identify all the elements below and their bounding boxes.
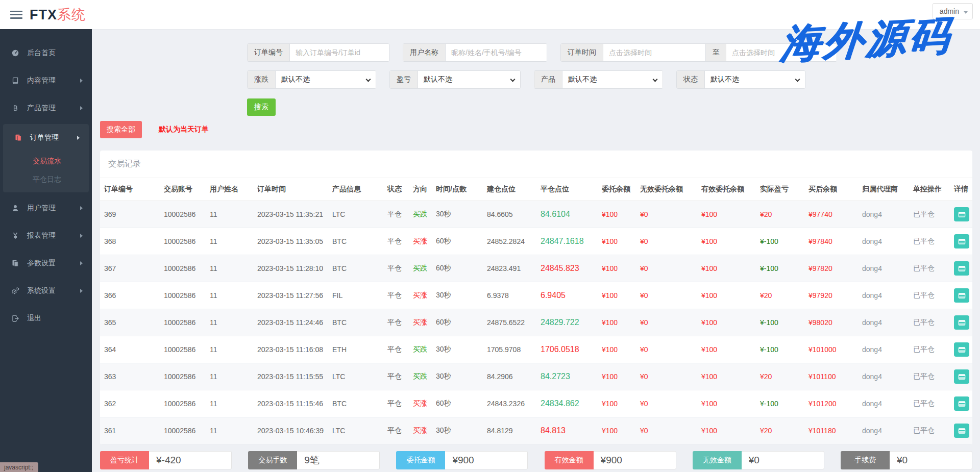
profit-loss-filter: 盈亏 默认不选: [389, 70, 521, 89]
status-label: 状态: [677, 71, 705, 88]
cell-duration: 30秒: [432, 417, 483, 444]
chevron-right-icon: [80, 106, 83, 110]
time-start-input[interactable]: [603, 44, 705, 61]
cell-status: 平仓: [383, 282, 409, 309]
sidebar-item-order[interactable]: 订单管理: [3, 124, 89, 152]
detail-button[interactable]: [954, 396, 969, 411]
cell-status: 平仓: [383, 390, 409, 417]
summary-invalid-amount: 无效金额¥0: [693, 451, 824, 469]
product-select[interactable]: 默认不选: [562, 71, 663, 88]
cell-status: 平仓: [383, 228, 409, 255]
column-header: 实际盈亏: [756, 178, 804, 201]
table-body: 36910002586112023-03-15 11:35:21LTC平仓买跌3…: [100, 201, 972, 444]
rise-fall-select[interactable]: 默认不选: [276, 71, 376, 88]
status-select[interactable]: 默认不选: [705, 71, 805, 88]
cell-entrust: ¥100: [598, 309, 636, 336]
detail-button[interactable]: [954, 207, 969, 221]
sidebar-item-content[interactable]: 内容管理: [0, 67, 92, 94]
detail-button[interactable]: [954, 424, 969, 438]
cell-account: 10002586: [160, 336, 206, 363]
cell-product: LTC: [328, 417, 383, 444]
summary-label: 手续费: [841, 451, 890, 469]
summary-label: 委托金额: [396, 451, 445, 469]
chevron-right-icon: [80, 289, 83, 293]
user-name-input[interactable]: [446, 44, 547, 61]
table-row: 36310002586112023-03-15 11:15:55LTC平仓买跌3…: [100, 363, 972, 390]
sidebar-item-label: 系统设置: [27, 286, 56, 295]
cell-direction: 买跌: [409, 201, 432, 228]
cell-detail: [950, 309, 972, 336]
sidebar-item-report[interactable]: 报表管理: [0, 222, 92, 250]
cell-direction: 买跌: [409, 336, 432, 363]
table-row: 36110002586112023-03-15 10:46:39LTC平仓买涨3…: [100, 417, 972, 444]
cell-detail: [950, 228, 972, 255]
detail-icon: [958, 237, 966, 246]
column-header: 平仓点位: [536, 178, 598, 201]
detail-button[interactable]: [954, 261, 969, 276]
cell-valid-entrust: ¥100: [697, 309, 756, 336]
cell-user: 11: [206, 201, 253, 228]
cell-valid-entrust: ¥100: [697, 336, 756, 363]
cell-product: LTC: [328, 363, 383, 390]
detail-button[interactable]: [954, 234, 969, 249]
sidebar-item-close-log[interactable]: 平仓日志: [3, 170, 89, 188]
cell-time: 2023-03-15 11:24:46: [253, 309, 328, 336]
column-header: 建仓点位: [483, 178, 536, 201]
chevron-right-icon: [80, 261, 83, 265]
cell-invalid-entrust: ¥0: [636, 255, 697, 282]
cell-balance-after: ¥98020: [804, 309, 858, 336]
detail-icon: [958, 400, 966, 408]
cell-duration: 60秒: [432, 309, 483, 336]
cell-valid-entrust: ¥100: [697, 255, 756, 282]
detail-button[interactable]: [954, 369, 969, 384]
column-header: 订单时间: [253, 178, 328, 201]
cell-duration: 30秒: [432, 363, 483, 390]
cell-control: 已平仓: [909, 336, 950, 363]
cell-valid-entrust: ¥100: [697, 390, 756, 417]
order-no-input[interactable]: [290, 44, 389, 61]
sidebar-item-logout[interactable]: 退出: [0, 305, 92, 332]
cell-product: FIL: [328, 282, 383, 309]
cell-user: 11: [206, 255, 253, 282]
sidebar-item-user[interactable]: 用户管理: [0, 194, 92, 222]
gear-icon: [11, 287, 20, 295]
cell-status: 平仓: [383, 363, 409, 390]
chevron-right-icon: [80, 206, 83, 210]
order-no-label: 订单编号: [248, 44, 290, 61]
detail-button[interactable]: [954, 315, 969, 330]
sidebar-item-dashboard[interactable]: 后台首页: [0, 39, 92, 67]
cell-detail: [950, 417, 972, 444]
sidebar-item-system[interactable]: 系统设置: [0, 277, 92, 305]
cell-agent: dong4: [858, 363, 909, 390]
cell-duration: 30秒: [432, 336, 483, 363]
sidebar-item-product[interactable]: 产品管理: [0, 94, 92, 122]
sidebar-item-params[interactable]: 参数设置: [0, 250, 92, 277]
detail-icon: [958, 427, 966, 435]
cell-balance-after: ¥101100: [804, 363, 858, 390]
user-menu-label: admin: [940, 7, 959, 15]
detail-button[interactable]: [954, 288, 969, 303]
detail-icon: [958, 264, 966, 273]
cell-direction: 买涨: [409, 282, 432, 309]
cell-entrust: ¥100: [598, 255, 636, 282]
search-button[interactable]: 搜索: [247, 98, 276, 116]
column-header: 归属代理商: [858, 178, 909, 201]
chevron-right-icon: [80, 234, 83, 238]
cell-detail: [950, 255, 972, 282]
time-to-label: 至: [705, 44, 726, 61]
sidebar-item-trade-flow[interactable]: 交易流水: [3, 152, 89, 170]
search-all-button[interactable]: 搜索全部: [100, 121, 142, 138]
user-menu[interactable]: admin: [933, 3, 973, 19]
profit-loss-select[interactable]: 默认不选: [418, 71, 520, 88]
column-header: 买后余额: [804, 178, 858, 201]
cell-profit: ¥-100: [756, 255, 804, 282]
time-end-input[interactable]: [726, 44, 837, 61]
sidebar-item-label: 报表管理: [27, 231, 56, 240]
detail-button[interactable]: [954, 342, 969, 357]
order-time-filter: 订单时间 至: [560, 43, 837, 62]
cell-balance-after: ¥101000: [804, 336, 858, 363]
cell-account: 10002586: [160, 390, 206, 417]
menu-toggle-icon[interactable]: [10, 11, 22, 19]
user-name-filter: 用户名称: [403, 43, 547, 62]
cell-detail: [950, 336, 972, 363]
